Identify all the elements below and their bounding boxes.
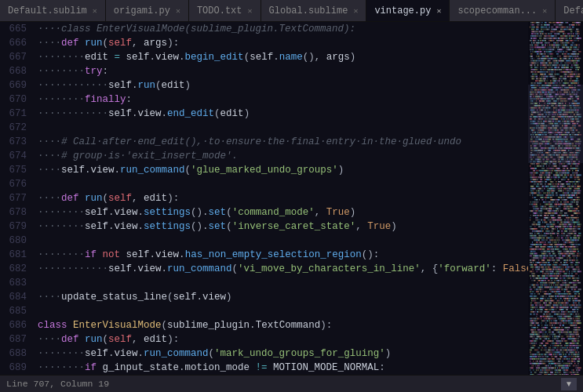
code-line-675: ····self.view.run_command('glue_marked_u…	[38, 163, 528, 177]
line-num-665: 665	[3, 22, 27, 36]
line-num-667: 667	[3, 50, 27, 64]
tab-origami[interactable]: origami.py ✕	[106, 0, 189, 21]
code-line-685	[38, 304, 528, 318]
line-num-673: 673	[3, 135, 27, 149]
code-editor[interactable]: ····class EnterVisualMode(sublime_plugin…	[33, 22, 528, 375]
tab-scopecomman[interactable]: scopecomman... ✕	[450, 0, 556, 21]
code-line-684: ····update_status_line(self.view)	[38, 290, 528, 304]
code-line-666: ····def run(self, args):	[38, 36, 528, 50]
line-num-674: 674	[3, 149, 27, 163]
tab-label: Global.sublime	[269, 5, 348, 16]
tab-close[interactable]: ✕	[436, 6, 441, 16]
code-line-667: ········edit = self.view.begin_edit(self…	[38, 50, 528, 64]
line-numbers: 665 666 667 668 669 670 671 672 673 674 …	[0, 22, 33, 375]
tab-close[interactable]: ✕	[176, 6, 180, 16]
code-line-679: ········self.view.settings().set('invers…	[38, 220, 528, 234]
tab-close[interactable]: ✕	[542, 6, 547, 16]
line-num-681: 681	[3, 248, 27, 262]
minimap	[528, 22, 583, 375]
code-line-677: ····def run(self, edit):	[38, 191, 528, 205]
line-num-683: 683	[3, 276, 27, 290]
tab-bar: Default.sublim ✕ origami.py ✕ TODO.txt ✕…	[0, 0, 583, 22]
minimap-viewport-highlight	[528, 85, 583, 163]
code-line-681: ········if not self.view.has_non_empty_s…	[38, 248, 528, 262]
code-line-686: class EnterVisualMode(sublime_plugin.Tex…	[38, 318, 528, 332]
code-line-670: ········finally:	[38, 93, 528, 107]
code-line-665: ····class EnterVisualMode(sublime_plugin…	[38, 22, 528, 36]
tab-label: TODO.txt	[197, 5, 242, 16]
code-line-676	[38, 177, 528, 191]
tab-close[interactable]: ✕	[353, 6, 358, 16]
code-line-687: ····def run(self, edit):	[38, 332, 528, 347]
tab-label: vintage.py	[374, 5, 431, 16]
line-num-685: 685	[3, 304, 27, 318]
code-line-668: ········try:	[38, 64, 528, 78]
tab-label: Default.sublim	[8, 5, 87, 16]
code-line-682: ············self.view.run_command('vi_mo…	[38, 262, 528, 276]
code-line-674: ····# group·is·'exit_insert_mode'.	[38, 149, 528, 163]
tab-default-sublim[interactable]: Default.sublim ✕	[0, 0, 106, 21]
line-num-677: 677	[3, 191, 27, 205]
tab-close[interactable]: ✕	[248, 6, 253, 16]
tab-vintage[interactable]: vintage.py ✕	[366, 0, 450, 21]
tab-close[interactable]: ✕	[93, 6, 97, 16]
code-line-688: ········self.view.run_command('mark_undo…	[38, 347, 528, 361]
tab-global[interactable]: Global.sublime ✕	[261, 0, 367, 21]
code-line-683	[38, 276, 528, 290]
line-num-666: 666	[3, 36, 27, 50]
line-num-680: 680	[3, 234, 27, 248]
line-num-687: 687	[3, 332, 27, 347]
line-num-689: 689	[3, 361, 27, 375]
code-line-689: ········if g_input_state.motion_mode != …	[38, 361, 528, 375]
code-line-672	[38, 121, 528, 135]
code-line-678: ········self.view.settings().set('comman…	[38, 205, 528, 220]
status-left: Line 707, Column 19	[6, 379, 109, 389]
line-num-670: 670	[3, 93, 27, 107]
line-num-675: 675	[3, 163, 27, 177]
line-num-688: 688	[3, 347, 27, 361]
tab-label: origami.py	[114, 5, 170, 16]
scroll-down-button[interactable]: ▼	[561, 378, 577, 390]
tab-label: scopecomman...	[457, 5, 537, 16]
code-line-680	[38, 234, 528, 248]
tab-todo[interactable]: TODO.txt ✕	[189, 0, 261, 21]
line-num-669: 669	[3, 78, 27, 93]
tab-default-wind[interactable]: Default (Wind... ✕	[556, 0, 583, 21]
tab-label: Default (Wind...	[563, 5, 583, 16]
line-num-676: 676	[3, 177, 27, 191]
line-num-668: 668	[3, 64, 27, 78]
line-num-684: 684	[3, 290, 27, 304]
line-num-678: 678	[3, 205, 27, 220]
line-num-671: 671	[3, 107, 27, 121]
line-num-682: 682	[3, 262, 27, 276]
status-bar: Line 707, Column 19 ▼	[0, 375, 583, 392]
status-position: Line 707, Column 19	[6, 379, 109, 389]
code-line-671: ············self.view.end_edit(edit)	[38, 107, 528, 121]
line-num-672: 672	[3, 121, 27, 135]
code-line-673: ····# Call·after·end_edit(),·to·ensure·t…	[38, 135, 528, 149]
editor-area: 665 666 667 668 669 670 671 672 673 674 …	[0, 22, 583, 375]
line-num-679: 679	[3, 220, 27, 234]
code-line-669: ············self.run(edit)	[38, 78, 528, 93]
minimap-canvas	[528, 22, 583, 375]
status-right: ▼	[561, 378, 577, 390]
line-num-686: 686	[3, 318, 27, 332]
